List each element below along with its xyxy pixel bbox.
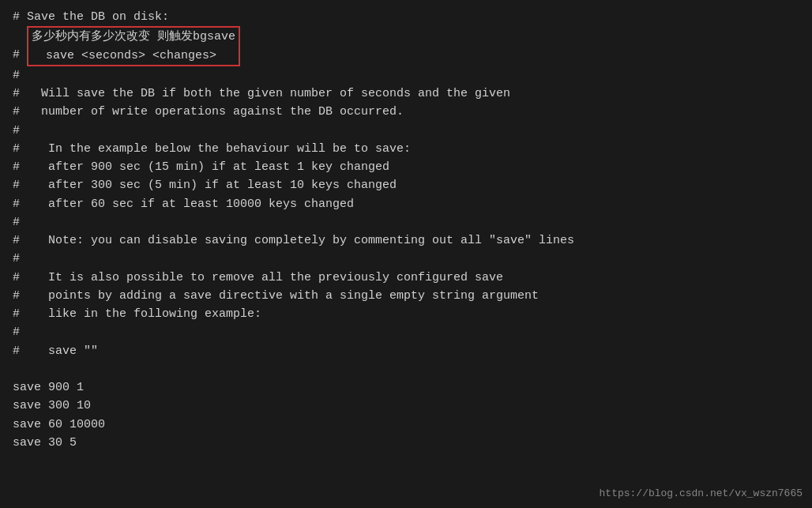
line-4: # — [13, 66, 799, 85]
line-7: # — [13, 122, 799, 140]
line-1: # Save the DB on disk: — [13, 8, 799, 26]
highlight-box: 多少秒内有多少次改变 则触发bgsave save <seconds> <cha… — [27, 26, 240, 66]
line-10: # after 300 sec (5 min) if at least 10 k… — [13, 176, 799, 194]
highlight-line-chinese: 多少秒内有多少次改变 则触发bgsave — [32, 28, 235, 46]
line-24: save 30 5 — [13, 434, 799, 452]
highlight-line-save: save <seconds> <changes> — [32, 47, 235, 65]
line-13: # Note: you can disable saving completel… — [13, 231, 799, 250]
line-23: save 60 10000 — [13, 416, 799, 434]
line-9: # after 900 sec (15 min) if at least 1 k… — [13, 158, 799, 176]
line-21: save 900 1 — [13, 378, 799, 397]
terminal-window: # Save the DB on disk: # 多少秒内有多少次改变 则触发b… — [0, 0, 812, 508]
line-5: # Will save the DB if both the given num… — [13, 85, 799, 103]
line-22: save 300 10 — [13, 397, 799, 415]
line-18: # — [13, 323, 799, 341]
line-8: # In the example below the behaviour wil… — [13, 140, 799, 158]
line-2-prefix: # 多少秒内有多少次改变 则触发bgsave save <seconds> <c… — [13, 26, 799, 66]
line-17: # like in the following example: — [13, 305, 799, 323]
watermark: https://blog.csdn.net/vx_wszn7665 — [600, 486, 803, 502]
line-16: # points by adding a save directive with… — [13, 287, 799, 305]
line-20 — [13, 360, 799, 378]
line-12: # — [13, 213, 799, 231]
line-6: # number of write operations against the… — [13, 103, 799, 121]
line-19: # save "" — [13, 342, 799, 360]
line-15: # It is also possible to remove all the … — [13, 269, 799, 287]
line-14: # — [13, 250, 799, 268]
line-11: # after 60 sec if at least 10000 keys ch… — [13, 195, 799, 213]
